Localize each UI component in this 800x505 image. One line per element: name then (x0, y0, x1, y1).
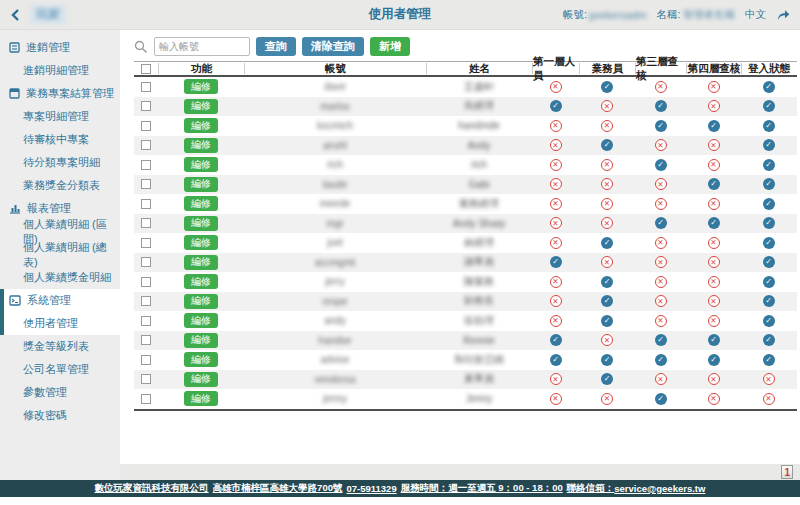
edit-button[interactable]: 編修 (184, 196, 218, 211)
row-checkbox[interactable] (141, 335, 151, 345)
check-icon: ✓ (763, 276, 775, 288)
sidebar-item-業務專案結算管理[interactable]: 業務專案結算管理 (0, 82, 120, 105)
page-1-button[interactable]: 1 (781, 465, 793, 479)
check-icon: ✓ (550, 354, 562, 366)
edit-button[interactable]: 編修 (184, 294, 218, 309)
footer-phone-link[interactable]: 07-5911329 (346, 483, 396, 494)
check-icon: ✓ (763, 237, 775, 249)
table-row: 編修 marlss 吳經理 ✓ ✕ ✓ ✕ ✓ (134, 97, 797, 117)
row-checkbox[interactable] (141, 101, 151, 111)
edit-button[interactable]: 編修 (184, 255, 218, 270)
account-value: laude (323, 179, 347, 190)
edit-button[interactable]: 編修 (184, 313, 218, 328)
row-checkbox[interactable] (141, 179, 151, 189)
sidebar-item-進銷明細管理[interactable]: 進銷明細管理 (0, 59, 120, 82)
sidebar-item-參數管理[interactable]: 參數管理 (0, 381, 120, 404)
row-checkbox[interactable] (141, 238, 151, 248)
cross-icon: ✕ (708, 159, 720, 171)
edit-button[interactable]: 編修 (184, 79, 218, 94)
cross-icon: ✕ (708, 295, 720, 307)
edit-button[interactable]: 編修 (184, 391, 218, 406)
sidebar-item-專案明細管理[interactable]: 專案明細管理 (0, 105, 120, 128)
cross-icon: ✕ (601, 100, 613, 112)
sidebar-item-待分類專案明細[interactable]: 待分類專案明細 (0, 151, 120, 174)
row-checkbox[interactable] (141, 316, 151, 326)
edit-button[interactable]: 編修 (184, 372, 218, 387)
name-label: 名稱: (657, 8, 681, 22)
account-value: andy (324, 315, 346, 326)
edit-button[interactable]: 編修 (184, 157, 218, 172)
edit-button[interactable]: 編修 (184, 235, 218, 250)
sidebar-item-修改密碼[interactable]: 修改密碼 (0, 404, 120, 427)
name-value: 吳經理 (464, 99, 494, 113)
edit-button[interactable]: 編修 (184, 99, 218, 114)
cross-icon: ✕ (655, 139, 667, 151)
cross-icon: ✕ (708, 237, 720, 249)
app-logo: 玩家 (30, 5, 66, 24)
sidebar-item-系統管理[interactable]: 系統管理 (0, 289, 120, 312)
sidebar-item-使用者管理[interactable]: 使用者管理 (0, 312, 120, 335)
row-checkbox[interactable] (141, 394, 151, 404)
row-checkbox[interactable] (141, 374, 151, 384)
cross-icon: ✕ (708, 373, 720, 385)
sidebar-item-進銷管理[interactable]: 進銷管理 (0, 36, 120, 59)
row-checkbox[interactable] (141, 296, 151, 306)
account-value: vendorsa (314, 374, 355, 385)
cross-icon: ✕ (550, 159, 562, 171)
edit-button[interactable]: 編修 (184, 352, 218, 367)
row-checkbox[interactable] (141, 277, 151, 287)
select-all-checkbox[interactable] (141, 64, 151, 74)
sidebar-item-業務獎金分類表[interactable]: 業務獎金分類表 (0, 174, 120, 197)
query-button[interactable]: 查詢 (256, 37, 296, 56)
col-header-function: 功能 (158, 63, 244, 74)
cross-icon: ✕ (601, 256, 613, 268)
back-button[interactable] (10, 8, 22, 22)
cross-icon: ✕ (708, 81, 720, 93)
cross-icon: ✕ (601, 334, 613, 346)
edit-button[interactable]: 編修 (184, 216, 218, 231)
search-icon (134, 40, 148, 54)
footer-address-link[interactable]: 高雄市楠梓區高雄大學路700號 (213, 482, 343, 495)
edit-button[interactable]: 編修 (184, 118, 218, 133)
footer-company: 數位玩家資訊科技有限公司 (95, 482, 209, 495)
clear-query-button[interactable]: 清除查詢 (302, 37, 364, 56)
table-header-row: 功能 帳號 姓名 第一層人員 業務員 第三層查核 第四層查核 登入狀態 (134, 62, 797, 77)
sidebar-item-待審核中專案[interactable]: 待審核中專案 (0, 128, 120, 151)
cross-icon: ✕ (708, 256, 720, 268)
table-row: 編修 meede 業務經理 ✕ ✕ ✕ ✕ ✓ (134, 194, 797, 214)
account-value: accmgmt (315, 257, 356, 268)
cross-icon: ✕ (708, 315, 720, 327)
language-selector[interactable]: 中文 (745, 8, 766, 22)
check-icon: ✓ (550, 256, 562, 268)
edit-button[interactable]: 編修 (184, 333, 218, 348)
share-arrow-icon[interactable] (776, 9, 790, 21)
row-checkbox[interactable] (141, 121, 151, 131)
name-value: Jenny (466, 393, 493, 404)
edit-button[interactable]: 編修 (184, 274, 218, 289)
cross-icon: ✕ (550, 373, 562, 385)
col-header-tier4-audit: 第四層查核 (686, 63, 741, 74)
row-checkbox[interactable] (141, 199, 151, 209)
row-checkbox[interactable] (141, 257, 151, 267)
footer-bar: 數位玩家資訊科技有限公司 高雄市楠梓區高雄大學路700號 07-5911329 … (0, 480, 800, 497)
account-value: mgr (326, 218, 343, 229)
row-checkbox[interactable] (141, 355, 151, 365)
add-button[interactable]: 新增 (370, 37, 410, 56)
row-checkbox[interactable] (141, 160, 151, 170)
account-search-input[interactable] (154, 37, 250, 56)
search-toolbar: 查詢 清除查詢 新增 (134, 37, 800, 56)
row-checkbox[interactable] (141, 82, 151, 92)
edit-button[interactable]: 編修 (184, 177, 218, 192)
back-chevron-icon (10, 8, 22, 22)
sidebar-item-個人業績明細總表[interactable]: 個人業績明細 (總表) (0, 243, 120, 266)
sidebar-item-個人業績獎金明細[interactable]: 個人業績獎金明細 (0, 266, 120, 289)
account-value: advise (321, 354, 350, 365)
edit-button[interactable]: 編修 (184, 138, 218, 153)
sidebar-item-公司名單管理[interactable]: 公司名單管理 (0, 358, 120, 381)
name-value: Andy Sharp (453, 218, 505, 229)
footer-email-link[interactable]: service@geekers.tw (614, 483, 705, 494)
row-checkbox[interactable] (141, 140, 151, 150)
row-checkbox[interactable] (141, 218, 151, 228)
cross-icon: ✕ (601, 159, 613, 171)
sidebar-item-獎金等級列表[interactable]: 獎金等級列表 (0, 335, 120, 358)
